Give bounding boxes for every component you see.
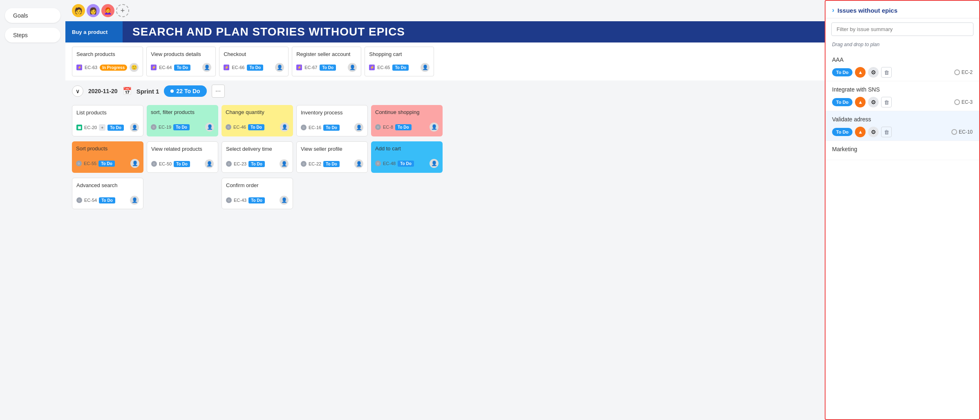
plus-icon-r1-0[interactable]: +	[99, 124, 105, 131]
status-badge-3: To Do	[320, 65, 336, 71]
epic-title: SEARCH AND PLAN STORIES WITHOUT EPICS	[123, 21, 825, 42]
sprint-card-title-r1-4: Continue shopping	[375, 109, 439, 115]
sprint-card-r2-3[interactable]: View seller profile ○ EC-22 To Do 👤	[296, 141, 368, 173]
story-card-3[interactable]: Register seller account ⚡ EC-67 To Do 👤	[292, 47, 361, 76]
panel-up-button-2[interactable]: ▲	[855, 127, 866, 137]
filter-input[interactable]	[831, 22, 973, 36]
avatar-2[interactable]: 👩	[87, 4, 100, 17]
sprint-card-r2-4[interactable]: Add to cart ○ EC-48 To Do 👤	[371, 141, 443, 173]
sprint-more-button[interactable]: ···	[212, 85, 225, 98]
avatar-story-4: 👤	[421, 63, 430, 72]
story-card-0[interactable]: Search products ⚡ EC-63 In Progress 🙂	[72, 47, 143, 76]
panel-item-title-0: AAA	[832, 56, 973, 63]
sprint-card-empty-r3-1	[147, 178, 218, 209]
panel-item-1[interactable]: Integrate with SNS To Do ▲ ⚙ 🗑 EC-3	[826, 81, 979, 111]
panel-delete-button-1[interactable]: 🗑	[881, 97, 892, 107]
panel-chevron-icon[interactable]: ›	[832, 7, 834, 14]
panel-status-1: To Do	[832, 98, 852, 106]
add-member-button[interactable]: +	[116, 4, 129, 17]
sprint-avatar-r1-2: 👤	[280, 123, 289, 132]
sprint-issue-icon-r3-0: ○	[76, 197, 82, 203]
panel-title: Issues without epics	[837, 7, 897, 14]
sprint-cards-row2: Sort products ○ EC-55 To Do 👤 View relat…	[65, 140, 825, 176]
panel-assign-button-0[interactable]: ⚙	[868, 67, 879, 78]
sprint-todo-badge: 22 To Do	[164, 85, 206, 97]
sprint-card-r1-1[interactable]: sort, filter products ○ EC-19 To Do 👤	[147, 105, 218, 136]
panel-items: AAA To Do ▲ ⚙ 🗑 EC-2 Integrate with SNS …	[826, 51, 979, 419]
issue-id-4: EC-65	[377, 65, 390, 70]
avatar-3[interactable]: 👩‍🦰	[101, 4, 114, 17]
panel-issue-circle-1	[954, 99, 960, 105]
right-panel: › Issues without epics Drag and drop to …	[825, 0, 980, 420]
sprint-card-r2-2[interactable]: Select delivery time ○ EC-23 To Do 👤	[222, 141, 293, 173]
status-badge-1: To Do	[174, 65, 190, 71]
sprint-avatar-r2-4: 👤	[430, 159, 439, 168]
story-card-1[interactable]: View products details ⚡ EC-64 To Do 👤	[146, 47, 216, 76]
sprint-row: ∨ 2020-11-20 📅 Sprint 1 22 To Do ···	[65, 80, 825, 102]
panel-item-title-2: Validate adress	[832, 116, 973, 123]
sprint-issue-icon-r2-4: ○	[375, 161, 381, 166]
panel-assign-button-1[interactable]: ⚙	[868, 97, 879, 107]
panel-item-2[interactable]: Validate adress To Do ▲ ⚙ 🗑 EC-10	[826, 111, 979, 141]
panel-up-button-0[interactable]: ▲	[855, 67, 866, 78]
story-card-4[interactable]: Shopping cart ⚡ EC-65 To Do 👤	[365, 47, 434, 76]
sprint-issue-icon-r2-1: ○	[151, 161, 157, 167]
panel-item-0[interactable]: AAA To Do ▲ ⚙ 🗑 EC-2	[826, 51, 979, 81]
sprint-status-r2-0: To Do	[98, 161, 115, 167]
sprint-status-r3-2: To Do	[248, 197, 265, 203]
panel-issue-id-2: EC-10	[951, 129, 973, 135]
sprint-issue-icon-r2-0: ○	[76, 161, 82, 166]
sprint-card-r1-3[interactable]: Inventory process ○ EC-16 To Do 👤	[296, 105, 368, 136]
sprint-issue-id-r1-3: EC-16	[309, 125, 321, 130]
goals-button[interactable]: Goals	[5, 8, 60, 23]
panel-item-3[interactable]: Marketing	[826, 141, 979, 160]
sprint-card-r1-0[interactable]: List products ▣ EC-20 + To Do 👤	[72, 105, 143, 136]
sprint-issue-icon-r1-3: ○	[301, 125, 307, 130]
story-footer-0: ⚡ EC-63 In Progress 🙂	[76, 63, 139, 72]
panel-delete-button-0[interactable]: 🗑	[881, 67, 892, 78]
sprint-issue-id-r1-2: EC-46	[233, 125, 246, 130]
story-title-0: Search products	[76, 51, 139, 57]
sprint-card-footer-r2-0: ○ EC-55 To Do 👤	[76, 159, 139, 168]
sprint-card-title-r2-3: View seller profile	[301, 146, 363, 152]
sprint-status-r1-3: To Do	[323, 125, 340, 131]
steps-button[interactable]: Steps	[5, 28, 60, 42]
sprint-issue-icon-r1-4: ○	[375, 124, 381, 130]
sprint-status-r3-0: To Do	[99, 197, 115, 203]
sprint-card-r1-2[interactable]: Change quantity ○ EC-46 To Do 👤	[222, 105, 293, 136]
sprint-card-r2-0[interactable]: Sort products ○ EC-55 To Do 👤	[72, 141, 143, 173]
sprint-card-title-r3-0: Advanced search	[76, 182, 139, 188]
sprint-avatar-r2-2: 👤	[280, 159, 289, 168]
sprint-todo-label: 22 To Do	[176, 88, 200, 94]
status-badge-4: To Do	[392, 65, 409, 71]
panel-up-button-1[interactable]: ▲	[855, 97, 866, 107]
avatar-1[interactable]: 🧑	[72, 4, 85, 17]
sprint-issue-icon-r1-1: ○	[151, 124, 157, 130]
sprint-card-footer-r1-0: ▣ EC-20 + To Do 👤	[76, 123, 139, 132]
sprint-card-r2-1[interactable]: View related products ○ EC-50 To Do 👤	[147, 141, 218, 173]
panel-issue-text-0: EC-2	[962, 69, 973, 75]
story-footer-2: ⚡ EC-66 To Do 👤	[224, 63, 284, 72]
issue-id-1: EC-64	[159, 65, 172, 70]
sprint-card-r3-0[interactable]: Advanced search ○ EC-54 To Do 👤	[72, 178, 143, 209]
epic-label[interactable]: Buy a product	[65, 21, 123, 42]
sprint-issue-icon-r3-2: ○	[226, 197, 232, 203]
sprint-cards-row1: List products ▣ EC-20 + To Do 👤 sort, fi…	[65, 102, 825, 140]
sprint-card-r1-4[interactable]: Continue shopping ○ EC-8 To Do 👤	[371, 105, 443, 136]
sprint-issue-id-r1-0: EC-20	[84, 125, 97, 130]
issue-icon-0: ⚡	[76, 65, 82, 70]
sprint-card-r3-2[interactable]: Confirm order ○ EC-43 To Do 👤	[222, 178, 293, 209]
sprint-status-r1-2: To Do	[248, 124, 264, 130]
panel-delete-button-2[interactable]: 🗑	[881, 127, 892, 137]
panel-item-footer-0: To Do ▲ ⚙ 🗑 EC-2	[832, 67, 973, 78]
sprint-avatar-r3-2: 👤	[280, 196, 289, 205]
calendar-icon[interactable]: 📅	[123, 87, 132, 96]
sprint-avatar-r2-0: 👤	[130, 159, 139, 168]
sprint-status-r1-1: To Do	[173, 124, 190, 130]
story-card-2[interactable]: Checkout ⚡ EC-66 To Do 👤	[219, 47, 289, 76]
panel-assign-button-2[interactable]: ⚙	[868, 127, 879, 137]
avatar-story-0: 🙂	[130, 63, 139, 72]
sprint-collapse-button[interactable]: ∨	[72, 85, 83, 97]
issue-icon-1: ⚡	[151, 65, 157, 70]
panel-issue-text-1: EC-3	[962, 99, 973, 105]
